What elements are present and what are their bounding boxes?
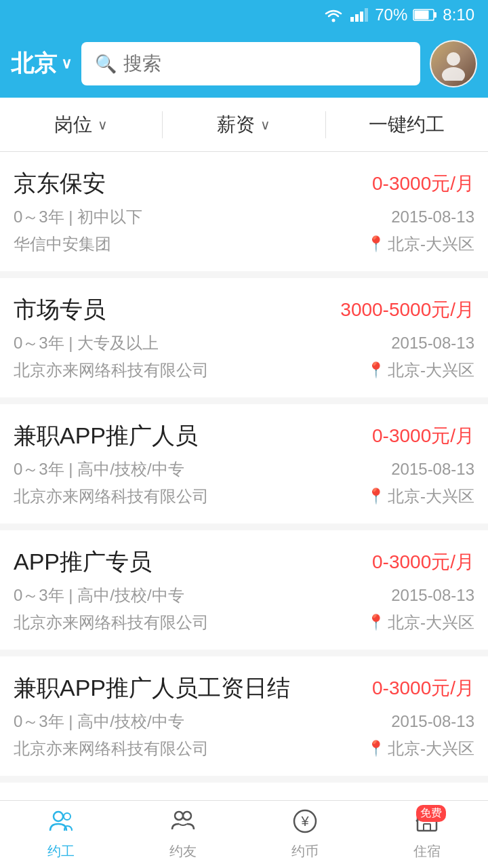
nav-icon-yue-you [171, 809, 195, 840]
svg-point-0 [332, 19, 336, 22]
job-location: 📍 北京-大兴区 [367, 612, 474, 633]
svg-rect-1 [350, 17, 354, 22]
job-date: 2015-08-13 [391, 334, 474, 353]
job-salary: 0-3000元/月 [372, 675, 474, 701]
job-title: APP推广专员 [14, 547, 152, 578]
search-icon: 🔍 [95, 54, 117, 75]
nav-icon-yue-bi: ¥ [293, 809, 317, 840]
nav-label-zhu-su: 住宿 [413, 842, 441, 861]
job-meta: 0～3年 | 高中/技校/中专 [14, 585, 184, 606]
header: 北京 ∨ 🔍 [0, 30, 488, 98]
svg-rect-3 [360, 12, 363, 22]
salary-chevron-icon: ∨ [260, 117, 270, 133]
nav-icon-container: 免费 [415, 809, 439, 840]
status-icons: 70% 8:10 [323, 5, 474, 24]
wifi-icon [323, 7, 344, 22]
nav-label-yue-bi: 约币 [291, 842, 319, 861]
svg-rect-2 [355, 14, 359, 22]
job-meta: 0～3年 | 初中以下 [14, 206, 142, 228]
svg-point-10 [54, 812, 63, 821]
job-item[interactable]: 兼职APP推广人员 0-3000元/月 0～3年 | 高中/技校/中专 2015… [0, 404, 488, 524]
nav-label-yue-you: 约友 [169, 842, 197, 861]
battery-icon [413, 8, 437, 22]
nav-item-yue-gong[interactable]: 约工 [0, 801, 122, 868]
nav-item-yue-bi[interactable]: ¥ 约币 [244, 801, 366, 868]
job-meta: 0～3年 | 高中/技校/中专 [14, 711, 184, 732]
time-text: 8:10 [443, 5, 474, 24]
job-company: 北京亦来网络科技有限公司 [14, 486, 209, 507]
job-salary: 0-3000元/月 [372, 549, 474, 575]
job-date: 2015-08-13 [391, 712, 474, 731]
job-title: 市场专员 [14, 294, 106, 326]
svg-point-12 [175, 812, 183, 820]
svg-rect-4 [365, 8, 368, 22]
filter-salary[interactable]: 薪资 ∨ [163, 98, 325, 151]
job-company: 北京亦来网络科技有限公司 [14, 359, 209, 381]
bottom-nav: 约工 约友 ¥ 约币 [0, 800, 488, 868]
job-title: 兼职APP推广人员 [14, 420, 198, 452]
location-pin-icon: 📍 [367, 235, 385, 253]
job-date: 2015-08-13 [391, 208, 474, 226]
position-chevron-icon: ∨ [98, 117, 108, 133]
status-bar: 70% 8:10 [0, 0, 488, 30]
job-title: 兼职APP推广人员工资日结 [14, 673, 290, 704]
svg-rect-7 [415, 11, 429, 20]
job-list: 京东保安 0-3000元/月 0～3年 | 初中以下 2015-08-13 华信… [0, 152, 488, 844]
job-item[interactable]: 市场专员 3000-5000元/月 0～3年 | 大专及以上 2015-08-1… [0, 278, 488, 397]
filter-position-label: 岗位 [54, 112, 92, 138]
nav-item-zhu-su[interactable]: 免费 住宿 [366, 801, 488, 868]
search-bar[interactable]: 🔍 [81, 42, 420, 85]
location-pin-icon: 📍 [367, 488, 385, 505]
city-chevron-icon: ∨ [61, 55, 72, 73]
city-label: 北京 [11, 48, 57, 79]
job-date: 2015-08-13 [391, 460, 474, 479]
job-meta: 0～3年 | 大专及以上 [14, 332, 159, 354]
job-item[interactable]: 京东保安 0-3000元/月 0～3年 | 初中以下 2015-08-13 华信… [0, 152, 488, 271]
job-location: 📍 北京-大兴区 [367, 359, 474, 381]
nav-icon-yue-gong [49, 809, 73, 840]
search-input[interactable] [123, 53, 407, 75]
nav-item-yue-you[interactable]: 约友 [122, 801, 244, 868]
job-location: 📍 北京-大兴区 [367, 486, 474, 507]
filter-position[interactable]: 岗位 ∨ [0, 98, 162, 151]
avatar-image [431, 41, 476, 86]
badge-free: 免费 [416, 805, 446, 822]
location-pin-icon: 📍 [367, 361, 385, 379]
job-salary: 0-3000元/月 [372, 423, 474, 449]
job-salary: 3000-5000元/月 [340, 297, 474, 323]
job-salary: 0-3000元/月 [372, 171, 474, 197]
job-meta: 0～3年 | 高中/技校/中专 [14, 458, 184, 480]
filter-quick-hire[interactable]: 一键约工 [326, 98, 488, 151]
job-item[interactable]: APP推广专员 0-3000元/月 0～3年 | 高中/技校/中专 2015-0… [0, 530, 488, 650]
job-title: 京东保安 [14, 168, 106, 199]
job-location: 📍 北京-大兴区 [367, 233, 474, 255]
filter-quick-hire-label: 一键约工 [369, 112, 445, 138]
location-pin-icon: 📍 [367, 740, 385, 757]
svg-rect-6 [434, 12, 436, 18]
job-company: 北京亦来网络科技有限公司 [14, 612, 209, 633]
svg-point-8 [447, 52, 460, 66]
job-item[interactable]: 兼职APP推广人员工资日结 0-3000元/月 0～3年 | 高中/技校/中专 … [0, 656, 488, 776]
job-date: 2015-08-13 [391, 586, 474, 605]
nav-label-yue-gong: 约工 [47, 842, 75, 861]
filter-salary-label: 薪资 [217, 112, 255, 138]
job-company: 北京亦来网络科技有限公司 [14, 738, 209, 760]
svg-point-13 [183, 812, 191, 820]
job-location: 📍 北京-大兴区 [367, 738, 474, 760]
svg-text:¥: ¥ [300, 814, 309, 829]
battery-text: 70% [375, 5, 407, 24]
job-company: 华信中安集团 [14, 233, 111, 255]
svg-point-9 [442, 67, 465, 81]
filter-bar: 岗位 ∨ 薪资 ∨ 一键约工 [0, 98, 488, 152]
svg-point-11 [64, 813, 70, 820]
svg-rect-17 [424, 824, 430, 831]
city-selector[interactable]: 北京 ∨ [11, 48, 72, 79]
signal-icon [349, 7, 369, 22]
location-pin-icon: 📍 [367, 614, 385, 631]
avatar[interactable] [430, 40, 477, 87]
